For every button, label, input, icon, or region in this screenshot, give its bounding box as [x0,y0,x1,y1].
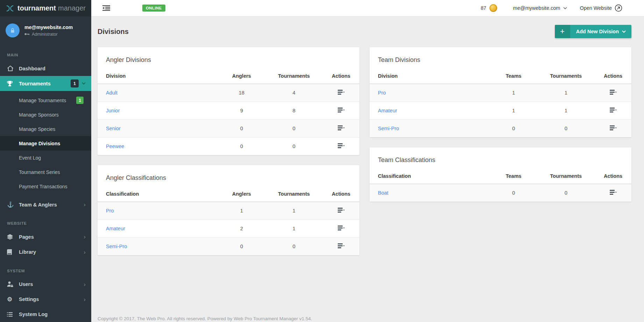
user-role: Administrator [32,32,58,37]
classification-link[interactable]: Semi-Pro [106,244,127,249]
brand-word-bold: tournament [17,4,56,12]
account-email: me@mywebsite.com [513,5,560,11]
table-row: Boat 0 0 [370,184,631,202]
actions-menu-button[interactable] [336,207,346,215]
sidebar-item-event-log[interactable]: Event Log [0,150,91,165]
team-classifications-table: Classification Teams Tournaments Actions… [370,168,631,202]
credits-indicator[interactable]: 87 [481,4,497,12]
card-title: Angler Divisions [98,47,359,68]
sidebar-item-pages[interactable]: Pages › [0,229,91,244]
anglers-count: 1 [218,202,265,220]
sidebar-item-manage-tournaments[interactable]: Manage Tournaments 1 [0,93,91,107]
column-header: Teams [490,68,537,84]
user-lock-icon [7,281,19,287]
card-title: Angler Classifications [98,165,359,186]
tournaments-count: 8 [265,102,323,120]
division-link[interactable]: Senior [106,126,121,131]
app-logo: tournament manager [0,0,91,16]
sidebar-item-manage-sponsors[interactable]: Manage Sponsors [0,107,91,122]
logo-icon [6,5,14,12]
status-badge-online: ONLINE [142,5,165,12]
anglers-count: 2 [218,220,265,238]
table-row: Amateur 2 1 [98,220,359,238]
division-link[interactable]: Semi-Pro [378,126,399,131]
sidebar-item-dashboard[interactable]: Dashboard [0,61,91,76]
actions-menu-icon [338,90,345,95]
actions-menu-icon [610,125,617,131]
sidebar-item-tournaments[interactable]: Tournaments 1 [0,76,91,91]
actions-menu-button[interactable] [608,89,618,97]
tournaments-count: 1 [265,202,323,220]
sidebar-item-team-anglers[interactable]: ⚓ Team & Anglers › [0,197,91,212]
main-area: ONLINE 87 me@mywebsite.com Open Website [91,0,644,322]
sidebar-item-label: Pages [19,234,34,240]
actions-menu-icon [610,90,617,95]
division-link[interactable]: Adult [106,90,117,96]
sidebar-item-settings[interactable]: ⚙ Settings › [0,292,91,307]
actions-menu-button[interactable] [336,243,346,250]
classification-link[interactable]: Amateur [106,226,125,231]
teams-count: 0 [490,120,537,138]
classification-link[interactable]: Boat [378,190,388,196]
sidebar-item-payment-transactions[interactable]: Payment Transactions [0,179,91,194]
tournaments-count: 0 [537,120,595,138]
open-website-button[interactable]: Open Website [580,4,622,12]
chevron-down-icon [563,7,567,9]
sidebar-item-users[interactable]: Users › [0,277,91,292]
anglers-count: 0 [218,238,265,255]
sidebar-item-label: Manage Tournaments [19,98,66,103]
sidebar-item-library[interactable]: Library › [0,245,91,260]
table-row: Pro 1 1 [370,84,631,102]
actions-menu-button[interactable] [608,107,618,114]
actions-menu-button[interactable] [336,142,346,150]
card-team-divisions: Team Divisions Division Teams Tournament… [370,47,631,137]
sidebar-item-tournament-series[interactable]: Tournament Series [0,165,91,179]
anglers-count: 0 [218,138,265,155]
actions-menu-button[interactable] [336,107,346,114]
column-header: Anglers [218,186,265,202]
division-link[interactable]: Peewee [106,144,124,149]
sidebar-item-label: Manage Species [19,126,55,132]
content-area: Divisions + Add New Division Angler Divi… [91,16,644,322]
card-angler-divisions: Angler Divisions Division Anglers Tourna… [98,47,359,155]
teams-count: 1 [490,102,537,120]
add-new-division-button[interactable]: + Add New Division [555,25,631,38]
actions-menu-button[interactable] [608,189,618,197]
actions-menu-button[interactable] [336,89,346,97]
actions-menu-icon [338,125,345,131]
sidebar-item-manage-divisions[interactable]: Manage Divisions [0,136,91,150]
sidebar-item-label: Manage Sponsors [19,112,59,118]
column-header: Actions [595,68,631,84]
actions-menu-icon [338,225,345,231]
copyright-footer: Copyright © 2017, The Web Pro. All right… [98,316,631,322]
sidebar-item-label: Event Log [19,155,41,161]
actions-menu-button[interactable] [608,125,618,132]
classification-link[interactable]: Pro [106,208,114,214]
card-title: Team Classifications [370,147,631,168]
actions-menu-icon [610,190,617,195]
teams-count: 1 [490,84,537,102]
chevron-right-icon: › [84,202,86,208]
tournaments-count: 1 [537,102,595,120]
sidebar-item-system-log[interactable]: System Log [0,307,91,322]
actions-menu-icon [338,107,345,113]
add-new-division-label: Add New Division [576,29,619,34]
tournaments-count: 4 [265,84,323,102]
plus-icon: + [555,25,570,38]
actions-menu-button[interactable] [336,225,346,232]
table-row: Pro 1 1 [98,202,359,220]
column-header: Tournaments [265,68,323,84]
sidebar: tournament manager me@mywebsite.com Admi… [0,0,91,322]
table-header-row: Classification Teams Tournaments Actions [370,168,631,184]
section-label-website: WEBSITE [0,212,91,229]
division-link[interactable]: Junior [106,108,120,113]
sidebar-item-manage-species[interactable]: Manage Species [0,122,91,136]
division-link[interactable]: Amateur [378,108,397,113]
account-menu[interactable]: me@mywebsite.com [513,5,567,11]
table-row: Semi-Pro 0 0 [98,238,359,255]
card-team-classifications: Team Classifications Classification Team… [370,147,631,202]
actions-menu-button[interactable] [336,125,346,132]
sidebar-collapse-button[interactable] [102,5,110,11]
division-link[interactable]: Pro [378,90,386,96]
table-row: Senior 0 0 [98,120,359,138]
